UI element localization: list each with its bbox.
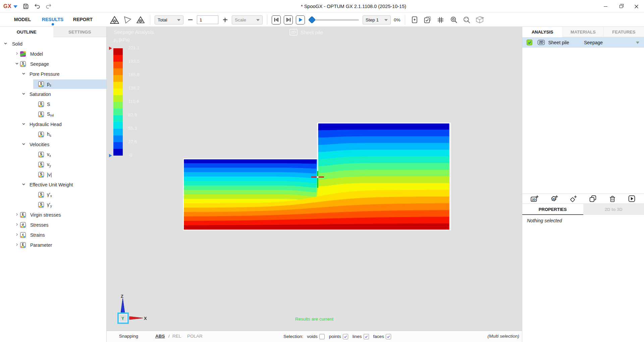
tree-item[interactable]: Shs bbox=[0, 129, 106, 139]
window-title: * SpooGX - OPTUM GX 2.1.1108.0 (2025-10-… bbox=[301, 0, 406, 13]
model-tag-label: Sheet pile bbox=[301, 30, 323, 35]
tree-item[interactable]: Pore Pressure bbox=[0, 69, 106, 79]
result-field-icon: S bbox=[38, 162, 44, 168]
points-checkbox[interactable] bbox=[343, 334, 348, 339]
tree-item[interactable]: Effective Unit Weight bbox=[0, 180, 106, 190]
analysis-list-item[interactable]: 2D Sheet pile Seepage bbox=[522, 37, 644, 48]
play-button[interactable] bbox=[296, 15, 305, 24]
step-dropdown[interactable]: Step 1 bbox=[363, 15, 391, 24]
voids-checkbox[interactable] bbox=[319, 334, 325, 339]
abs-toggle[interactable]: ABS bbox=[155, 331, 165, 342]
analysis-type-value[interactable]: Seepage bbox=[584, 40, 603, 45]
app-menu-caret-icon[interactable] bbox=[13, 5, 17, 10]
tree-item[interactable]: Saturation bbox=[0, 89, 106, 99]
close-icon bbox=[634, 4, 639, 9]
tree-item[interactable]: Sps bbox=[0, 79, 106, 89]
tab-materials[interactable]: MATERIALS bbox=[562, 27, 603, 37]
menu-tab-results[interactable]: RESULTS bbox=[38, 13, 68, 27]
chevron-down-icon[interactable] bbox=[21, 71, 26, 77]
apply-all-button[interactable] bbox=[423, 15, 433, 25]
tab-features[interactable]: FEATURES bbox=[603, 27, 644, 37]
tree-item[interactable]: Sγ'x bbox=[0, 190, 106, 200]
new-3d-analysis-button[interactable]: 3D bbox=[549, 194, 558, 204]
outline-tree: SolidModelSSeepagePore PressureSpsSatura… bbox=[0, 39, 106, 342]
chevron-down-icon[interactable] bbox=[636, 42, 639, 46]
tree-item[interactable]: SSeepage bbox=[0, 59, 106, 69]
app-logo[interactable]: GX bbox=[3, 3, 11, 9]
orientation-box-button[interactable] bbox=[475, 15, 485, 25]
tab-settings[interactable]: SETTINGS bbox=[53, 27, 107, 37]
duplicate-icon bbox=[589, 194, 597, 203]
analysis-title: Seepage Analysis bbox=[114, 29, 154, 35]
restore-button[interactable] bbox=[613, 0, 629, 13]
faces-checkbox[interactable] bbox=[386, 334, 391, 339]
tree-item[interactable]: SSrel bbox=[0, 109, 106, 119]
undeformed-outline-button[interactable] bbox=[122, 15, 132, 25]
tree-item[interactable]: εStrains bbox=[0, 230, 106, 240]
menu-tab-report[interactable]: REPORT bbox=[68, 13, 98, 27]
snapping-toggle[interactable]: Snapping bbox=[119, 331, 138, 342]
new-2d-analysis-button[interactable]: 2D bbox=[530, 194, 539, 204]
chevron-down-icon[interactable] bbox=[21, 142, 26, 147]
tree-item[interactable]: SS bbox=[0, 99, 106, 109]
tree-item-label: vy bbox=[47, 162, 51, 168]
skip-to-end-button[interactable] bbox=[284, 15, 293, 24]
tree-item[interactable]: Svx bbox=[0, 150, 106, 160]
chevron-down-icon[interactable] bbox=[21, 122, 26, 127]
undo-button[interactable] bbox=[32, 1, 42, 11]
scale-value-input[interactable] bbox=[197, 15, 218, 24]
skip-to-start-button[interactable] bbox=[272, 15, 281, 24]
tab-analysis[interactable]: ANALYSIS bbox=[522, 27, 562, 37]
analysis-visible-checkbox[interactable] bbox=[527, 40, 532, 45]
chevron-down-icon[interactable] bbox=[3, 41, 8, 47]
tree-item[interactable]: Hydraulic Head bbox=[0, 119, 106, 129]
mesh-view-button[interactable] bbox=[109, 15, 119, 25]
chevron-down-icon[interactable] bbox=[21, 92, 26, 97]
close-button[interactable] bbox=[629, 0, 644, 13]
chevron-right-icon[interactable] bbox=[15, 232, 19, 238]
duplicate-button[interactable] bbox=[588, 194, 598, 204]
scale-dropdown[interactable]: Scale bbox=[232, 15, 263, 24]
tree-item[interactable]: S|v| bbox=[0, 170, 106, 180]
step-slider[interactable] bbox=[309, 15, 359, 24]
increase-scale-button[interactable] bbox=[221, 16, 229, 23]
rel-toggle[interactable]: REL bbox=[172, 331, 181, 342]
tree-item[interactable]: Model bbox=[0, 49, 106, 59]
chevron-right-icon[interactable] bbox=[15, 212, 19, 218]
tree-item[interactable]: Svy bbox=[0, 160, 106, 170]
slider-thumb[interactable] bbox=[308, 16, 316, 23]
tab-properties[interactable]: PROPERTIES bbox=[522, 204, 583, 215]
tree-item[interactable]: EVirgin stresses bbox=[0, 210, 106, 220]
viewport-canvas[interactable]: Seepage Analysis ps [kPa] 221.1193.5165.… bbox=[107, 27, 522, 331]
decrease-scale-button[interactable] bbox=[186, 16, 194, 23]
new-probe-button[interactable] bbox=[569, 194, 578, 204]
zoom-model-button[interactable] bbox=[449, 15, 459, 25]
menu-tab-model[interactable]: MODEL bbox=[7, 13, 38, 27]
fine-mesh-button[interactable] bbox=[136, 15, 146, 25]
result-type-dropdown[interactable]: Total bbox=[155, 15, 183, 24]
tree-item[interactable]: EParameter bbox=[0, 240, 106, 250]
save-button[interactable] bbox=[21, 1, 31, 11]
tab-outline[interactable]: OUTLINE bbox=[0, 27, 53, 37]
chevron-down-icon[interactable] bbox=[15, 61, 19, 67]
grid-button[interactable] bbox=[436, 15, 446, 25]
tree-item[interactable]: Solid bbox=[0, 39, 106, 49]
chevron-right-icon[interactable] bbox=[15, 222, 19, 228]
run-analysis-button[interactable] bbox=[627, 194, 637, 204]
slider-track bbox=[309, 19, 359, 21]
minimize-button[interactable] bbox=[598, 0, 613, 13]
tree-item[interactable]: σStresses bbox=[0, 220, 106, 230]
polar-toggle[interactable]: POLAR bbox=[187, 331, 203, 342]
redo-button[interactable] bbox=[44, 1, 54, 11]
tree-item[interactable]: Sγ'y bbox=[0, 200, 106, 210]
new-view-button[interactable] bbox=[410, 15, 420, 25]
chevron-down-icon[interactable] bbox=[21, 182, 26, 187]
zoom-window-button[interactable] bbox=[462, 15, 472, 25]
lines-checkbox[interactable] bbox=[364, 334, 369, 339]
tree-item[interactable]: Velocities bbox=[0, 139, 106, 150]
chevron-right-icon[interactable] bbox=[15, 242, 19, 248]
chevron-right-icon[interactable] bbox=[15, 51, 19, 57]
tab-2d-to-3d[interactable]: 2D to 3D bbox=[583, 204, 644, 215]
result-field-icon: ε bbox=[20, 232, 26, 238]
delete-button[interactable] bbox=[608, 194, 617, 204]
